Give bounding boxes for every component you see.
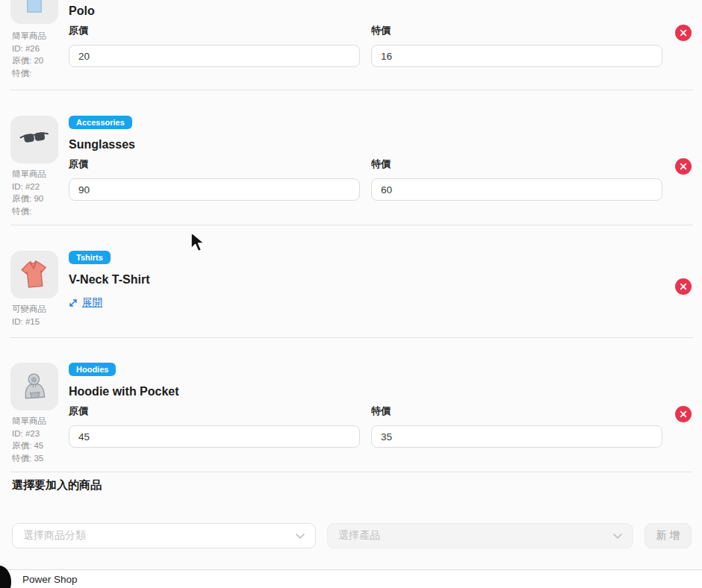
sale-price-field: 特價: [371, 24, 662, 67]
price-fields: 原價 特價: [69, 24, 662, 67]
product-id: ID: #26: [12, 43, 69, 55]
product-left-column: 簡單商品 ID: #22 原價: 90 特價:: [10, 116, 69, 225]
product-meta-sale: 特價: 35: [12, 452, 69, 465]
original-price-field: 原價: [69, 157, 360, 201]
add-products-controls: 選擇商品分類 選擇產品 新 增: [12, 523, 692, 548]
add-products-section: 選擇要加入的商品 選擇商品分類 選擇產品 新 增: [0, 472, 702, 569]
category-select-placeholder: 選擇商品分類: [23, 529, 86, 542]
sunglasses-icon: [17, 122, 52, 157]
corner-shape: [0, 566, 11, 588]
product-row-polo: 簡單商品 ID: #26 原價: 20 特價: Polo 原價 特價: [0, 0, 702, 90]
product-left-column: 簡單商品 ID: #23 原價: 45 特價: 35: [10, 363, 69, 472]
product-meta-original: 原價: 20: [12, 54, 69, 67]
product-type: 簡單商品: [12, 415, 69, 428]
brand-label: Power Shop: [22, 574, 78, 585]
product-id: ID: #23: [12, 428, 69, 440]
product-meta: 簡單商品 ID: #26 原價: 20 特價:: [12, 30, 69, 79]
product-meta: 可變商品 ID: #15: [12, 303, 69, 328]
product-content: Tshirts V-Neck T-Shirt 展開: [69, 251, 662, 338]
product-select-placeholder: 選擇產品: [338, 529, 380, 542]
product-type: 簡單商品: [12, 30, 69, 43]
vneck-tshirt-icon: [17, 257, 52, 292]
product-meta-sale: 特價:: [12, 67, 69, 80]
expand-icon: [69, 298, 78, 307]
original-price-label: 原價: [69, 24, 360, 37]
polo-shirt-icon: [17, 0, 52, 17]
product-thumbnail: [10, 0, 58, 24]
category-badge: Tshirts: [69, 251, 111, 264]
close-icon: [680, 283, 687, 290]
original-price-input[interactable]: [69, 178, 360, 201]
product-row-sunglasses: 簡單商品 ID: #22 原價: 90 特價: Accessories Sung…: [0, 90, 702, 225]
original-price-label: 原價: [69, 404, 360, 418]
hoodie-icon: [17, 369, 52, 404]
product-title: Hoodie with Pocket: [69, 385, 179, 398]
remove-product-button[interactable]: [675, 25, 692, 41]
add-button[interactable]: 新 增: [644, 523, 692, 548]
category-badge: Hoodies: [69, 363, 116, 376]
product-left-column: 簡單商品 ID: #26 原價: 20 特價:: [10, 4, 69, 90]
original-price-field: 原價: [69, 24, 360, 67]
expand-row: 展開: [69, 296, 102, 310]
product-id: ID: #15: [12, 316, 69, 328]
product-thumbnail: [10, 363, 58, 410]
product-thumbnail: [10, 116, 58, 163]
sale-price-label: 特價: [371, 24, 662, 37]
product-title: V-Neck T-Shirt: [69, 273, 149, 287]
sale-price-label: 特價: [371, 157, 662, 171]
chevron-down-icon: [296, 534, 305, 539]
sale-price-field: 特價: [371, 404, 662, 448]
product-meta: 簡單商品 ID: #22 原價: 90 特價:: [12, 168, 69, 217]
footer-bar: Power Shop: [0, 569, 702, 588]
sale-price-label: 特價: [371, 404, 662, 418]
product-meta-sale: 特價:: [12, 205, 69, 218]
product-thumbnail: [10, 251, 58, 298]
product-meta: 簡單商品 ID: #23 原價: 45 特價: 35: [12, 415, 69, 464]
product-row-vneck: 可變商品 ID: #15 Tshirts V-Neck T-Shirt 展開: [0, 225, 702, 338]
original-price-field: 原價: [69, 404, 360, 448]
price-fields: 原價 特價: [69, 404, 662, 448]
close-icon: [680, 410, 687, 418]
product-left-column: 可變商品 ID: #15: [10, 251, 69, 338]
original-price-input[interactable]: [69, 45, 360, 67]
original-price-input[interactable]: [69, 425, 360, 448]
product-content: Accessories Sunglasses 原價 特價: [69, 116, 662, 225]
price-fields: 原價 特價: [69, 157, 662, 201]
expand-link[interactable]: 展開: [82, 296, 102, 310]
product-content: Polo 原價 特價: [69, 4, 662, 90]
remove-product-button[interactable]: [675, 158, 692, 175]
product-type: 可變商品: [12, 303, 69, 316]
product-type: 簡單商品: [12, 168, 69, 181]
product-title: Polo: [69, 4, 95, 18]
product-content: Hoodies Hoodie with Pocket 原價 特價: [69, 363, 662, 472]
product-meta-original: 原價: 45: [12, 440, 69, 452]
close-icon: [680, 163, 687, 170]
product-pricing-panel: 簡單商品 ID: #26 原價: 20 特價: Polo 原價 特價: [0, 0, 702, 588]
remove-product-button[interactable]: [675, 406, 692, 422]
category-badge: Accessories: [69, 116, 132, 129]
close-icon: [680, 29, 687, 37]
remove-product-button[interactable]: [675, 278, 692, 295]
chevron-down-icon: [613, 534, 622, 539]
product-title: Sunglasses: [69, 138, 135, 151]
product-select[interactable]: 選擇產品: [327, 523, 633, 548]
product-id: ID: #22: [12, 181, 69, 193]
sale-price-input[interactable]: [371, 178, 662, 201]
product-meta-original: 原價: 90: [12, 193, 69, 205]
add-products-heading: 選擇要加入的商品: [12, 478, 692, 492]
original-price-label: 原價: [69, 157, 360, 171]
category-select[interactable]: 選擇商品分類: [12, 523, 316, 548]
sale-price-input[interactable]: [371, 425, 662, 448]
sale-price-field: 特價: [371, 157, 662, 201]
product-row-hoodie: 簡單商品 ID: #23 原價: 45 特價: 35 Hoodies Hoodi…: [0, 338, 702, 472]
sale-price-input[interactable]: [371, 45, 662, 67]
